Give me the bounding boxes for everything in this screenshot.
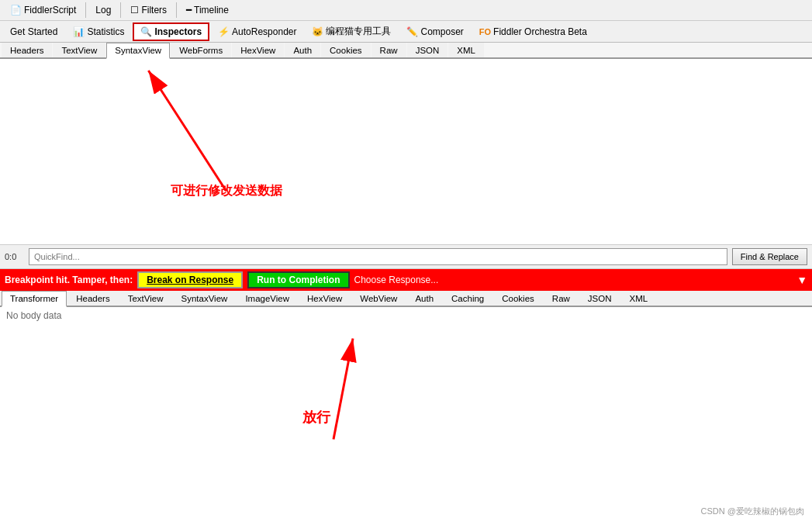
tab-textview-lower[interactable]: TextView xyxy=(119,291,172,306)
tab-xml-top[interactable]: XML xyxy=(448,43,484,57)
annotation-arrow-1 xyxy=(0,59,812,244)
tab-json-lower[interactable]: JSON xyxy=(579,291,620,306)
timeline-icon: ━ xyxy=(186,5,192,16)
tab-auth-top[interactable]: Auth xyxy=(285,43,320,57)
tab-caching-lower[interactable]: Caching xyxy=(443,291,492,306)
composer-icon: ✏️ xyxy=(406,26,418,37)
tab-cookies-top[interactable]: Cookies xyxy=(321,43,371,57)
annotation-text-1: 可进行修改发送数据 xyxy=(171,183,282,199)
quickfind-bar: 0:0 Find & Replace xyxy=(0,245,812,269)
inspectors-icon: 🔍 xyxy=(140,26,152,37)
svg-line-1 xyxy=(148,71,226,190)
tab-auth-lower[interactable]: Auth xyxy=(406,291,442,306)
choose-response-label: Choose Response... xyxy=(354,275,793,285)
inspectors-tab[interactable]: 🔍 Inspectors xyxy=(133,22,209,41)
tab-webview-lower[interactable]: WebView xyxy=(351,291,406,306)
tab-syntaxview-top[interactable]: SyntaxView xyxy=(106,43,170,59)
composer-tab[interactable]: ✏️ Composer xyxy=(399,23,470,40)
position-label: 0:0 xyxy=(5,252,24,261)
second-toolbar: Get Started 📊 Statistics 🔍 Inspectors ⚡ … xyxy=(0,21,812,43)
lower-tab-bar: Transformer Headers TextView SyntaxView … xyxy=(0,291,812,307)
tab-xml-lower[interactable]: XML xyxy=(621,291,657,306)
tab-webforms-top[interactable]: WebForms xyxy=(171,43,231,57)
fo-icon: FO xyxy=(479,27,491,36)
get-started-tab[interactable]: Get Started xyxy=(3,23,64,40)
autoresponder-icon: ⚡ xyxy=(218,26,230,37)
top-tab-bar: Headers TextView SyntaxView WebForms Hex… xyxy=(0,43,812,59)
tab-cookies-lower[interactable]: Cookies xyxy=(493,291,543,306)
break-on-response-button[interactable]: Break on Response xyxy=(137,271,243,288)
tab-headers-top[interactable]: Headers xyxy=(2,43,52,57)
breakpoint-label: Breakpoint hit. Tamper, then: xyxy=(5,275,133,285)
annotation-text-2: 放行 xyxy=(302,408,330,427)
fiddler-window: 📄 FiddlerScript Log ☐ Filters ━ Timeline… xyxy=(0,0,812,525)
svg-line-3 xyxy=(333,339,353,440)
fiddlerscript-tab[interactable]: 📄 FiddlerScript xyxy=(3,2,83,19)
tab-hexview-lower[interactable]: HexView xyxy=(299,291,351,306)
watermark: CSDN @爱吃辣椒的锅包肉 xyxy=(701,506,804,517)
tab-raw-lower[interactable]: Raw xyxy=(544,291,579,306)
choose-response-dropdown[interactable]: ▼ xyxy=(796,274,807,286)
tab-hexview-top[interactable]: HexView xyxy=(232,43,284,57)
fiddler-orchestra-tab[interactable]: FO Fiddler Orchestra Beta xyxy=(472,23,594,40)
chengmao-tab[interactable]: 🐱 编程猫专用工具 xyxy=(305,22,398,41)
lower-content-area: No body data 放行 CSDN @爱吃辣椒的锅包肉 xyxy=(0,307,812,525)
filters-icon: ☐ xyxy=(130,5,139,16)
tab-imageview-lower[interactable]: ImageView xyxy=(237,291,298,306)
top-content-area: 可进行修改发送数据 xyxy=(0,59,812,245)
quickfind-input[interactable] xyxy=(29,248,727,265)
separator2 xyxy=(120,2,121,18)
run-to-completion-button[interactable]: Run to Completion xyxy=(247,271,349,288)
statistics-icon: 📊 xyxy=(73,26,85,37)
find-replace-button[interactable]: Find & Replace xyxy=(732,248,807,265)
timeline-tab[interactable]: ━ Timeline xyxy=(179,2,236,19)
tab-textview-top[interactable]: TextView xyxy=(53,43,105,57)
chengmao-icon: 🐱 xyxy=(312,26,323,37)
annotation-arrow-2 xyxy=(0,307,812,525)
tab-raw-top[interactable]: Raw xyxy=(371,43,406,57)
log-tab[interactable]: Log xyxy=(88,2,118,19)
separator1 xyxy=(85,2,86,18)
top-toolbar: 📄 FiddlerScript Log ☐ Filters ━ Timeline xyxy=(0,0,812,21)
fiddlerscript-icon: 📄 xyxy=(10,5,22,16)
tab-json-top[interactable]: JSON xyxy=(407,43,448,57)
tab-transformer[interactable]: Transformer xyxy=(2,291,67,307)
autoresponder-tab[interactable]: ⚡ AutoResponder xyxy=(211,23,303,40)
separator3 xyxy=(176,2,177,18)
tab-headers-lower[interactable]: Headers xyxy=(67,291,118,306)
statistics-tab[interactable]: 📊 Statistics xyxy=(66,23,131,40)
breakpoint-bar: Breakpoint hit. Tamper, then: Break on R… xyxy=(0,269,812,291)
no-body-label: No body data xyxy=(6,310,61,321)
filters-tab[interactable]: ☐ Filters xyxy=(123,2,174,19)
tab-syntaxview-lower[interactable]: SyntaxView xyxy=(172,291,236,306)
